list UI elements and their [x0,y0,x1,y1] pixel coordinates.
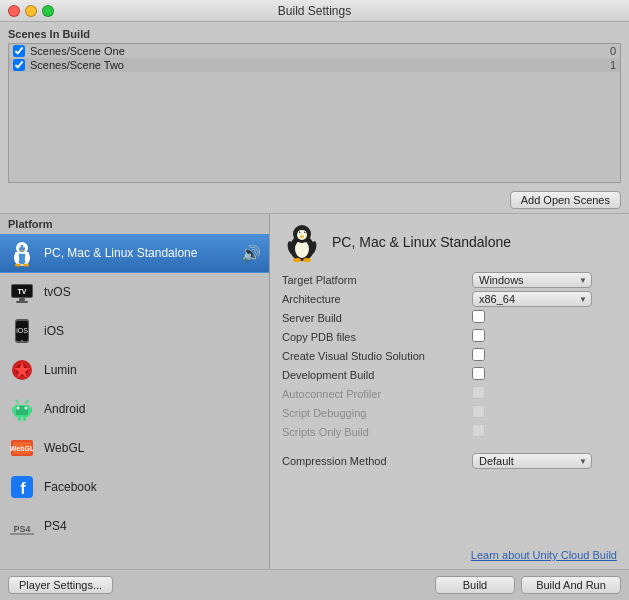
panel-footer: Learn about Unity Cloud Build [282,541,617,561]
scene-index: 0 [610,45,616,57]
svg-line-31 [26,400,28,403]
settings-control [472,329,617,345]
build-button[interactable]: Build [435,576,515,594]
svg-point-46 [304,231,306,233]
close-button[interactable] [8,5,20,17]
window-title: Build Settings [278,4,351,18]
settings-row-development-build: Development Build [282,367,617,383]
checkbox-server-build[interactable] [472,310,485,323]
compression-select[interactable]: DefaultLZ4LZ4HC [472,453,592,469]
compression-select-wrapper[interactable]: DefaultLZ4LZ4HC [472,453,592,469]
platform-icon-lumin [8,356,36,384]
build-buttons: Build Build And Run [435,576,621,594]
checkbox-create-visual-studio-solution[interactable] [472,348,485,361]
settings-control: WindowsMac OS XLinux [472,272,617,288]
platform-item-facebook[interactable]: f Facebook [0,468,269,507]
window-controls [8,5,54,17]
settings-control: x86x86_64Universal [472,291,617,307]
svg-point-4 [19,246,21,248]
platform-icon-webgl: WebGL [8,434,36,462]
select-wrapper[interactable]: WindowsMac OS XLinux [472,272,592,288]
select-architecture[interactable]: x86x86_64Universal [472,291,592,307]
scene-checkbox[interactable] [13,59,25,71]
svg-point-45 [299,231,301,233]
platform-panel: PC, Mac & Linux Standalone Target Platfo… [270,214,629,569]
svg-line-30 [16,400,18,403]
compression-label: Compression Method [282,455,472,467]
settings-control [472,348,617,364]
platform-item-android[interactable]: Android [0,390,269,429]
settings-control [472,424,617,440]
svg-rect-13 [19,298,25,301]
platform-item-webgl[interactable]: WebGL WebGL [0,429,269,468]
settings-control [472,386,617,402]
settings-control [472,367,617,383]
svg-point-49 [303,258,311,262]
cloud-build-link[interactable]: Learn about Unity Cloud Build [471,549,617,561]
platform-icon-ios: iOS [8,317,36,345]
svg-text:iOS: iOS [16,327,28,334]
platform-item-ps4[interactable]: PS4 PS4 [0,507,269,546]
build-and-run-button[interactable]: Build And Run [521,576,621,594]
platform-name: Lumin [44,363,77,377]
settings-rows: Target PlatformWindowsMac OS XLinuxArchi… [282,272,617,443]
platform-sidebar: Platform PC, Mac & Linux Standalone🔊 TV … [0,214,270,569]
settings-label: Autoconnect Profiler [282,388,472,400]
scenes-label: Scenes In Build [8,28,621,40]
scene-checkbox[interactable] [13,45,25,57]
settings-row-create-visual-studio-solution: Create Visual Studio Solution [282,348,617,364]
platform-item-ios[interactable]: iOS iOS [0,312,269,351]
settings-row-autoconnect-profiler: Autoconnect Profiler [282,386,617,402]
platform-name: Facebook [44,480,97,494]
bottom-buttons-bar: Player Settings... Build Build And Run [0,569,629,600]
settings-label: Development Build [282,369,472,381]
platform-item-pc-mac-linux[interactable]: PC, Mac & Linux Standalone🔊 [0,234,269,273]
platform-icon-pc-mac-linux [8,239,36,267]
scene-item: Scenes/Scene Two1 [9,58,620,72]
settings-label: Target Platform [282,274,472,286]
platform-item-lumin[interactable]: Lumin [0,351,269,390]
platform-item-tvos[interactable]: TV tvOS [0,273,269,312]
panel-title-row: PC, Mac & Linux Standalone [282,222,617,262]
platform-name: iOS [44,324,64,338]
svg-text:TV: TV [18,288,27,295]
player-settings-button[interactable]: Player Settings... [8,576,113,594]
platform-name: PC, Mac & Linux Standalone [44,246,197,260]
settings-row-server-build: Server Build [282,310,617,326]
settings-label: Create Visual Studio Solution [282,350,472,362]
svg-text:PS4: PS4 [13,524,30,534]
platform-icon-facebook: f [8,473,36,501]
platform-area: Platform PC, Mac & Linux Standalone🔊 TV … [0,213,629,569]
cloud-build-row: Learn about Unity Cloud Build [282,541,617,561]
scene-name: Scenes/Scene Two [30,59,610,71]
svg-rect-26 [12,407,15,413]
settings-control [472,310,617,326]
select-target-platform[interactable]: WindowsMac OS XLinux [472,272,592,288]
svg-rect-14 [16,301,28,303]
svg-point-9 [15,264,21,267]
settings-row-copy-pdb-files: Copy PDB files [282,329,617,345]
checkbox-script-debugging [472,405,485,418]
svg-text:f: f [20,480,26,497]
checkbox-autoconnect-profiler [472,386,485,399]
add-open-scenes-row: Add Open Scenes [0,187,629,213]
svg-text:WebGL: WebGL [10,445,35,452]
svg-point-25 [25,407,28,410]
scenes-list: Scenes/Scene One0Scenes/Scene Two1 [8,43,621,183]
scene-item: Scenes/Scene One0 [9,44,620,58]
settings-row-script-debugging: Script Debugging [282,405,617,421]
platform-icon-android [8,395,36,423]
platform-name: tvOS [44,285,71,299]
checkbox-copy-pdb-files[interactable] [472,329,485,342]
svg-point-18 [21,340,23,342]
title-bar: Build Settings [0,0,629,22]
checkbox-development-build[interactable] [472,367,485,380]
minimize-button[interactable] [25,5,37,17]
add-open-scenes-button[interactable]: Add Open Scenes [510,191,621,209]
svg-point-10 [23,264,29,267]
maximize-button[interactable] [42,5,54,17]
settings-label: Scripts Only Build [282,426,472,438]
svg-rect-28 [18,416,21,421]
select-wrapper[interactable]: x86x86_64Universal [472,291,592,307]
settings-row-architecture: Architecturex86x86_64Universal [282,291,617,307]
